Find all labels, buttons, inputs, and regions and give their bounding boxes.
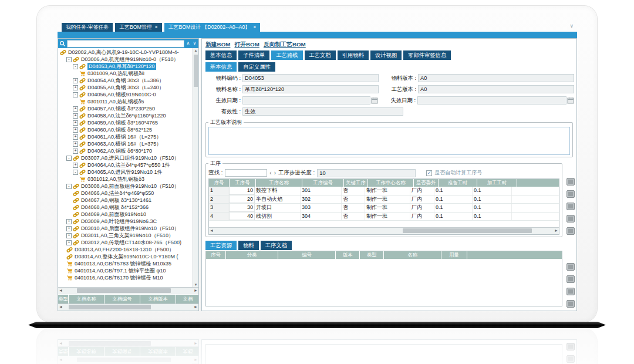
expand-icon[interactable]: + <box>73 149 78 154</box>
validity-field[interactable]: 生效 <box>242 107 403 116</box>
tree-item[interactable]: D04069,A0,前面板919No10 <box>58 211 193 218</box>
expand-icon[interactable]: + <box>66 219 72 224</box>
calendar-icon[interactable] <box>567 97 574 104</box>
tree-item[interactable]: +D04059,A0,钢板 δ3*160*4765 <box>58 119 193 126</box>
collapse-icon[interactable]: - <box>73 64 78 69</box>
scroll-left-icon[interactable]: ◄ <box>59 288 63 292</box>
expand-icon[interactable]: + <box>66 240 72 245</box>
step-length-field[interactable]: 10 <box>317 169 416 177</box>
scroll-thumb[interactable] <box>194 55 198 87</box>
tree-item[interactable]: +D04054,A0,角钢 30x3（L=386） <box>58 77 193 84</box>
prev-step-icon[interactable]: ‹ <box>269 170 271 176</box>
tree-item[interactable]: D02002,A0,离心风机9-19-10C-L0-YVP180M-4- <box>58 49 193 56</box>
tree-item[interactable]: +D03009,A0,叶轮组件919No6.3C <box>58 218 193 225</box>
process-table-row[interactable]: 330开坡口303否制作一班厂内0.10.1 <box>209 204 559 213</box>
process-horizontal-scrollbar[interactable]: ◄ ► <box>209 227 559 234</box>
collapse-panel-icon[interactable]: ∨ <box>569 23 574 29</box>
tree-item[interactable]: D04066,A0,法兰δ4*φ469*φ550 <box>58 190 193 197</box>
process-version-field[interactable]: A0 <box>418 85 574 93</box>
main-tab[interactable]: 设计视图 <box>370 50 402 60</box>
sub-tab[interactable]: 自定义属性 <box>238 62 275 72</box>
main-tab[interactable]: 工艺路线 <box>271 50 302 60</box>
tree-item[interactable]: D03014,A0,整体支架919No10C-L0-Y180M ( <box>58 253 193 260</box>
expand-icon[interactable]: + <box>73 106 78 112</box>
tree-item[interactable]: D04067,A0,钢板 δ3*130*1461 <box>58 197 193 204</box>
scroll-thumb[interactable] <box>69 305 151 309</box>
collapse-icon[interactable]: - <box>66 156 72 161</box>
auto-calc-checkbox[interactable]: ✓ <box>426 170 432 176</box>
tree-item[interactable]: +D04060,A0,钢板 δ8*62*125 <box>58 126 193 133</box>
scroll-left-icon[interactable]: ◄ <box>210 228 214 232</box>
toolbar-icon[interactable] <box>566 178 575 186</box>
expand-icon[interactable]: + <box>73 120 78 126</box>
collapse-icon[interactable]: - <box>73 92 78 97</box>
effective-date-field[interactable] <box>242 96 370 105</box>
process-table-row[interactable]: 110数控下料301否制作一班厂内0.10.1 <box>209 187 559 196</box>
expand-icon[interactable]: + <box>73 78 78 83</box>
toolbar-icon[interactable] <box>566 203 575 210</box>
tree-item[interactable]: -D03006,A0,机壳组件919No10-0（F510） <box>58 56 193 63</box>
find-input[interactable] <box>225 169 267 177</box>
scroll-down-icon[interactable]: ▼ <box>193 283 198 287</box>
tree-item[interactable]: +D04062,A0,钢板 δ6*80*170 <box>58 147 193 154</box>
search-next-icon[interactable]: ∨ <box>192 41 197 46</box>
scroll-up-icon[interactable]: ▲ <box>193 49 198 52</box>
main-tab[interactable]: 子件清单 <box>238 50 269 60</box>
close-tab-icon[interactable]: × <box>155 25 158 30</box>
resource-tab[interactable]: 工艺资源 <box>205 241 237 250</box>
expand-icon[interactable]: + <box>66 233 72 238</box>
toolbar-icon[interactable] <box>566 263 575 271</box>
tree-item[interactable]: -D03007,A0,进风口组件919No10（F510） <box>58 154 193 161</box>
collapse-icon[interactable]: - <box>66 184 72 189</box>
reverse-bom-link[interactable]: 反向制工艺BOM <box>264 41 306 49</box>
process-table-row[interactable]: 220半自动火焰302否制作一班厂内0.10.1 <box>209 196 559 204</box>
process-table-row[interactable]: 440线切割304否制作一班厂内0.10.1 <box>209 213 559 221</box>
document-horizontal-scrollbar[interactable]: ◄ ► <box>58 304 198 311</box>
scroll-thumb[interactable] <box>403 228 532 233</box>
tree-vertical-scrollbar[interactable]: ▲ ▼ <box>193 48 198 287</box>
expand-icon[interactable]: + <box>73 163 78 168</box>
material-name-field[interactable]: 吊耳δ8*120*120 <box>242 85 379 93</box>
material-version-field[interactable]: A0 <box>418 74 574 82</box>
next-step-icon[interactable]: › <box>274 170 276 176</box>
scroll-left-icon[interactable]: ◄ <box>59 305 63 309</box>
resource-tab[interactable]: 工序文档 <box>261 241 292 250</box>
tree-item[interactable]: 0401014,A0,GB/T97.1 镀锌平垫圈 φ10 <box>58 267 193 274</box>
scroll-right-icon[interactable]: ► <box>194 305 198 309</box>
scroll-right-icon[interactable]: ► <box>554 228 558 232</box>
tree-item[interactable]: -D04056,A0,钢板919No10C-0 <box>58 91 193 98</box>
tree-item[interactable]: -D04065,A0,进风管919No10 1件 <box>58 168 193 176</box>
expand-icon[interactable]: + <box>73 134 78 140</box>
tree-item[interactable]: +D04064,A0,法兰δ4*φ457*φ550 1件 <box>58 161 193 168</box>
tree-item[interactable]: 0301009,A0,热轧钢板δ8 <box>58 70 193 77</box>
toolbar-icon[interactable] <box>566 300 575 308</box>
tree-item[interactable]: +D03011,A0,三角支架919No10（F510） <box>58 232 193 239</box>
scroll-right-icon[interactable]: ► <box>194 288 198 292</box>
tree-item[interactable]: 0301011,A0,热轧钢板δ5 <box>58 98 193 105</box>
main-tab[interactable]: 工艺文档 <box>305 50 336 60</box>
tree-item[interactable]: +D04063,A0,槽钢 16#（L=375） <box>58 140 193 147</box>
version-note-textarea[interactable] <box>208 127 570 155</box>
tree-item[interactable]: -D03008,A0,前面板组件919No10（F510） <box>58 183 193 190</box>
toolbar-icon[interactable] <box>566 215 575 223</box>
scroll-thumb[interactable] <box>77 288 171 293</box>
expand-icon[interactable]: + <box>73 141 78 147</box>
tree-item[interactable]: +D03012,A0,传动组CT140水08-765（F500) <box>58 239 193 246</box>
toolbar-icon[interactable] <box>566 288 575 295</box>
collapse-icon[interactable]: - <box>66 57 72 62</box>
toolbar-icon[interactable] <box>566 227 575 235</box>
calendar-icon[interactable] <box>371 97 378 104</box>
window-tab[interactable]: 工艺BOM设计 【D02002--A0--A0】× <box>164 23 261 32</box>
window-tab[interactable]: 工艺BOM管理× <box>115 23 162 32</box>
tree-search-input[interactable] <box>67 40 184 48</box>
close-tab-icon[interactable]: × <box>253 25 256 30</box>
tree-item[interactable]: -D04053,A0,吊耳δ8*120*120 <box>58 63 193 70</box>
main-tab[interactable]: 引用物料 <box>338 50 369 60</box>
sub-tab[interactable]: 基本信息 <box>205 62 237 72</box>
expand-icon[interactable]: + <box>73 113 78 119</box>
expire-date-field[interactable] <box>417 96 566 105</box>
tree-item[interactable]: 0401016,A0,GB/T6170 镀锌螺母 M10 <box>58 274 193 281</box>
tree-item[interactable]: 0301012,A0,热轧钢板δ3 <box>58 176 193 183</box>
toolbar-icon[interactable] <box>566 190 575 198</box>
expand-icon[interactable]: + <box>73 85 78 90</box>
